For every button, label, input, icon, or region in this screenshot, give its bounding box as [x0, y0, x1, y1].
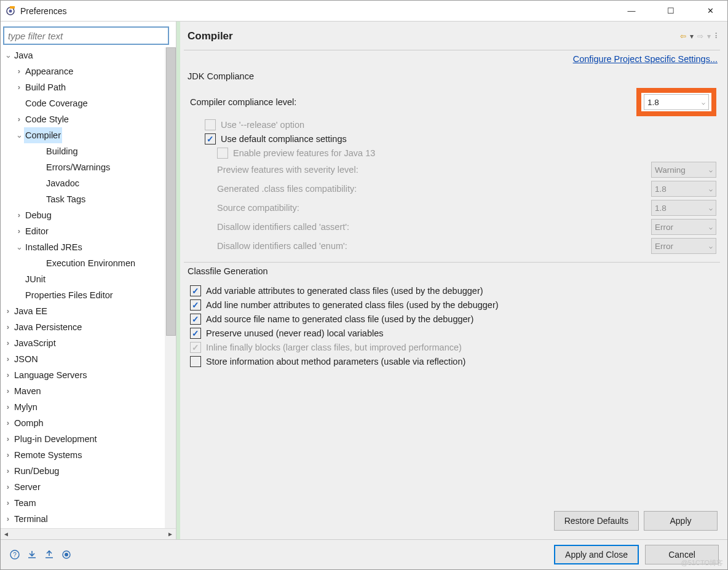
record-icon[interactable] — [61, 549, 72, 560]
chevron-right-icon[interactable]: › — [3, 303, 13, 319]
tree-item[interactable]: ›Build Path — [1, 79, 176, 95]
chevron-right-icon[interactable]: › — [3, 399, 13, 415]
chevron-right-icon[interactable]: › — [3, 415, 13, 431]
assert-label: Disallow identifiers called 'assert': — [217, 222, 651, 232]
tree-item-label: Oomph — [13, 415, 45, 431]
tree-item[interactable]: ⌄Java — [1, 47, 176, 63]
filter-input[interactable] — [3, 26, 169, 45]
classfile-checkbox[interactable] — [190, 285, 201, 296]
tree-item[interactable]: Javadoc — [1, 175, 176, 191]
enum-select: Error⌵ — [651, 238, 716, 254]
chevron-right-icon[interactable]: › — [14, 111, 24, 127]
tree-item[interactable]: Properties Files Editor — [1, 287, 176, 303]
tree-item-label: Appearance — [24, 63, 74, 79]
use-release-checkbox — [205, 119, 216, 130]
tree-item[interactable]: Building — [1, 143, 176, 159]
tree-item[interactable]: ›Debug — [1, 207, 176, 223]
tree-item-label: Language Servers — [13, 367, 89, 383]
chevron-right-icon[interactable]: › — [3, 335, 13, 351]
back-menu-icon[interactable]: ▾ — [690, 32, 694, 41]
minimize-button[interactable]: — — [619, 3, 644, 19]
chevron-right-icon[interactable]: › — [3, 511, 13, 527]
compliance-label: Compiler compliance level: — [190, 97, 636, 107]
tree-item[interactable]: ›Mylyn — [1, 399, 176, 415]
chevron-right-icon[interactable]: › — [3, 351, 13, 367]
tree-item[interactable]: ›Remote Systems — [1, 447, 176, 463]
vertical-scrollbar[interactable] — [165, 47, 176, 528]
chevron-right-icon[interactable]: › — [3, 383, 13, 399]
preferences-tree[interactable]: ⌄Java›Appearance›Build PathCode Coverage… — [1, 47, 176, 528]
assert-select: Error⌵ — [651, 219, 716, 235]
tree-item-label: Maven — [13, 383, 42, 399]
import-icon[interactable] — [26, 549, 38, 560]
tree-item[interactable]: Errors/Warnings — [1, 159, 176, 175]
tree-item-label: Properties Files Editor — [24, 287, 114, 303]
menu-icon[interactable]: ⠇ — [714, 32, 720, 41]
tree-item[interactable]: ›Terminal — [1, 511, 176, 527]
restore-defaults-button[interactable]: Restore Defaults — [554, 511, 639, 531]
chevron-right-icon[interactable]: › — [14, 207, 24, 223]
tree-item[interactable]: ⌄Compiler — [1, 127, 176, 143]
maximize-button[interactable]: ☐ — [659, 3, 683, 19]
tree-item[interactable]: ›Oomph — [1, 415, 176, 431]
apply-and-close-button[interactable]: Apply and Close — [554, 545, 639, 564]
forward-menu-icon[interactable]: ▾ — [707, 32, 711, 41]
use-default-checkbox[interactable] — [205, 133, 216, 144]
classfile-label: Store information about method parameter… — [206, 357, 465, 366]
tree-item[interactable]: ›Java EE — [1, 303, 176, 319]
chevron-right-icon[interactable]: › — [3, 367, 13, 383]
tree-item-label: JSON — [13, 351, 39, 367]
close-button[interactable]: ✕ — [698, 3, 722, 19]
tree-item[interactable]: JUnit — [1, 271, 176, 287]
chevron-right-icon[interactable]: › — [14, 223, 24, 239]
chevron-down-icon[interactable]: ⌄ — [3, 47, 13, 63]
tree-item[interactable]: ›JavaScript — [1, 335, 176, 351]
configure-project-link[interactable]: Configure Project Specific Settings... — [573, 54, 718, 64]
chevron-right-icon[interactable]: › — [3, 479, 13, 495]
classfile-checkbox[interactable] — [190, 314, 201, 325]
chevron-right-icon[interactable]: › — [3, 431, 13, 447]
chevron-down-icon[interactable]: ⌄ — [14, 239, 24, 255]
tree-item[interactable]: ›Java Persistence — [1, 319, 176, 335]
tree-item[interactable]: ⌄Installed JREs — [1, 239, 176, 255]
tree-item[interactable]: ›Code Style — [1, 111, 176, 127]
tree-item[interactable]: ›Maven — [1, 383, 176, 399]
page-title: Compiler — [188, 30, 680, 42]
tree-item[interactable]: ›Server — [1, 479, 176, 495]
chevron-right-icon[interactable]: › — [14, 63, 24, 79]
tree-item[interactable]: Task Tags — [1, 191, 176, 207]
classfile-checkbox[interactable] — [190, 356, 201, 367]
chevron-right-icon[interactable]: › — [3, 495, 13, 511]
back-icon[interactable]: ⇦ — [680, 32, 686, 41]
chevron-down-icon[interactable]: ⌄ — [14, 127, 24, 143]
tree-item[interactable]: ›JSON — [1, 351, 176, 367]
tree-item-label: Terminal — [13, 511, 49, 527]
tree-item[interactable]: Execution Environmen — [1, 255, 176, 271]
tree-item[interactable]: Code Coverage — [1, 95, 176, 111]
classfile-label: Preserve unused (never read) local varia… — [206, 328, 384, 338]
classfile-option-row: Inline finally blocks (larger class file… — [190, 342, 716, 353]
help-icon[interactable]: ? — [9, 549, 20, 560]
tree-item[interactable]: ›Language Servers — [1, 367, 176, 383]
apply-button[interactable]: Apply — [644, 511, 718, 531]
tree-item[interactable]: ›Editor — [1, 223, 176, 239]
chevron-right-icon[interactable]: › — [3, 447, 13, 463]
chevron-right-icon[interactable]: › — [3, 319, 13, 335]
export-icon[interactable] — [44, 549, 55, 560]
classfile-option-row: Add source file name to generated class … — [190, 314, 716, 325]
horizontal-scrollbar[interactable]: ◄ ► — [1, 528, 176, 539]
tree-item[interactable]: ›Run/Debug — [1, 463, 176, 479]
chevron-right-icon[interactable]: › — [3, 463, 13, 479]
tree-item-label: Task Tags — [45, 191, 87, 207]
compliance-select[interactable]: 1.8⌵ — [644, 94, 709, 110]
use-release-label: Use '--release' option — [221, 120, 716, 130]
classfile-checkbox[interactable] — [190, 299, 201, 311]
classfile-checkbox[interactable] — [190, 328, 201, 339]
tree-item[interactable]: ›Appearance — [1, 63, 176, 79]
tree-item[interactable]: ›Plug-in Development — [1, 431, 176, 447]
svg-text:?: ? — [13, 552, 17, 558]
chevron-right-icon[interactable]: › — [14, 79, 24, 95]
forward-icon[interactable]: ⇨ — [697, 32, 703, 41]
tree-item[interactable]: ›Team — [1, 495, 176, 511]
enable-preview-label: Enable preview features for Java 13 — [233, 148, 716, 158]
